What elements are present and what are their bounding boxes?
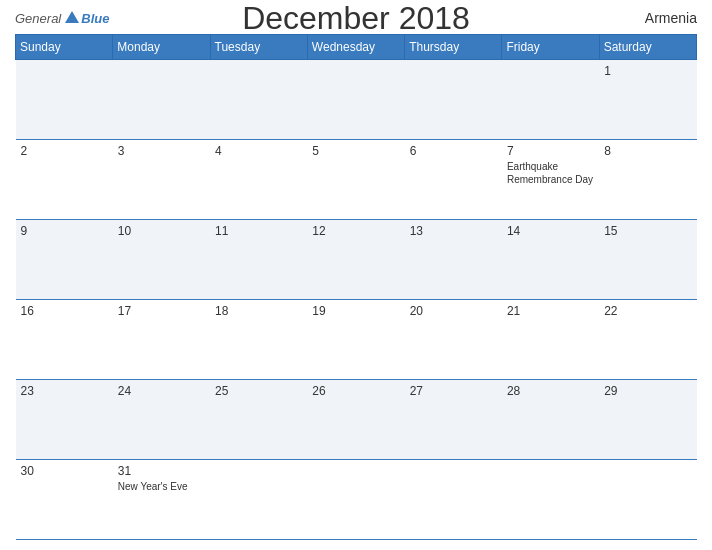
calendar-cell: 2 [16,140,113,220]
calendar-cell: 1 [599,60,696,140]
calendar-cell: 29 [599,380,696,460]
day-number: 16 [21,304,108,318]
day-number: 26 [312,384,399,398]
calendar-cell: 14 [502,220,599,300]
day-number: 7 [507,144,594,158]
calendar-cell: 25 [210,380,307,460]
logo-blue: Blue [81,11,109,26]
weekday-header: Saturday [599,35,696,60]
logo-triangle-icon [65,11,79,23]
calendar-week-row: 9101112131415 [16,220,697,300]
day-number: 15 [604,224,691,238]
calendar-cell [307,60,404,140]
calendar-container: General Blue December 2018 Armenia Sunda… [0,0,712,550]
calendar-header: General Blue December 2018 Armenia [15,10,697,26]
calendar-cell [307,460,404,540]
day-number: 29 [604,384,691,398]
calendar-cell [113,60,210,140]
day-number: 17 [118,304,205,318]
calendar-cell: 24 [113,380,210,460]
weekday-header: Friday [502,35,599,60]
calendar-cell [210,60,307,140]
calendar-cell: 4 [210,140,307,220]
logo: General Blue [15,11,109,26]
calendar-cell: 23 [16,380,113,460]
day-number: 24 [118,384,205,398]
calendar-cell [16,60,113,140]
day-number: 25 [215,384,302,398]
day-number: 21 [507,304,594,318]
day-number: 4 [215,144,302,158]
calendar-cell: 13 [405,220,502,300]
calendar-cell: 15 [599,220,696,300]
weekday-header: Tuesday [210,35,307,60]
day-number: 6 [410,144,497,158]
day-number: 9 [21,224,108,238]
calendar-cell: 6 [405,140,502,220]
calendar-week-row: 16171819202122 [16,300,697,380]
day-number: 13 [410,224,497,238]
calendar-week-row: 3031New Year's Eve [16,460,697,540]
day-number: 14 [507,224,594,238]
calendar-cell: 27 [405,380,502,460]
calendar-cell: 5 [307,140,404,220]
event-text: New Year's Eve [118,480,205,493]
day-number: 20 [410,304,497,318]
calendar-week-row: 23242526272829 [16,380,697,460]
calendar-cell: 30 [16,460,113,540]
calendar-cell: 21 [502,300,599,380]
calendar-cell [405,60,502,140]
day-number: 27 [410,384,497,398]
country-name: Armenia [645,10,697,26]
day-number: 8 [604,144,691,158]
calendar-week-row: 234567Earthquake Remembrance Day8 [16,140,697,220]
calendar-cell: 22 [599,300,696,380]
day-number: 28 [507,384,594,398]
calendar-cell [502,60,599,140]
day-number: 12 [312,224,399,238]
day-number: 31 [118,464,205,478]
calendar-cell: 11 [210,220,307,300]
day-number: 19 [312,304,399,318]
calendar-cell: 8 [599,140,696,220]
calendar-cell: 10 [113,220,210,300]
day-number: 1 [604,64,691,78]
day-number: 18 [215,304,302,318]
calendar-cell [405,460,502,540]
calendar-cell: 9 [16,220,113,300]
weekday-header: Sunday [16,35,113,60]
calendar-cell: 19 [307,300,404,380]
calendar-cell: 3 [113,140,210,220]
calendar-cell: 20 [405,300,502,380]
weekday-header: Wednesday [307,35,404,60]
weekday-header: Monday [113,35,210,60]
weekday-header: Thursday [405,35,502,60]
calendar-week-row: 1 [16,60,697,140]
day-number: 5 [312,144,399,158]
calendar-cell: 12 [307,220,404,300]
day-number: 30 [21,464,108,478]
calendar-cell [210,460,307,540]
calendar-cell: 26 [307,380,404,460]
calendar-cell: 16 [16,300,113,380]
calendar-cell: 28 [502,380,599,460]
calendar-cell: 18 [210,300,307,380]
calendar-cell: 7Earthquake Remembrance Day [502,140,599,220]
day-number: 23 [21,384,108,398]
calendar-cell [599,460,696,540]
day-number: 10 [118,224,205,238]
calendar-table: SundayMondayTuesdayWednesdayThursdayFrid… [15,34,697,540]
logo-general: General [15,11,61,26]
month-title: December 2018 [242,0,470,37]
calendar-cell: 17 [113,300,210,380]
calendar-cell [502,460,599,540]
event-text: Earthquake Remembrance Day [507,160,594,186]
day-number: 2 [21,144,108,158]
day-number: 3 [118,144,205,158]
day-number: 22 [604,304,691,318]
day-number: 11 [215,224,302,238]
calendar-cell: 31New Year's Eve [113,460,210,540]
weekday-header-row: SundayMondayTuesdayWednesdayThursdayFrid… [16,35,697,60]
